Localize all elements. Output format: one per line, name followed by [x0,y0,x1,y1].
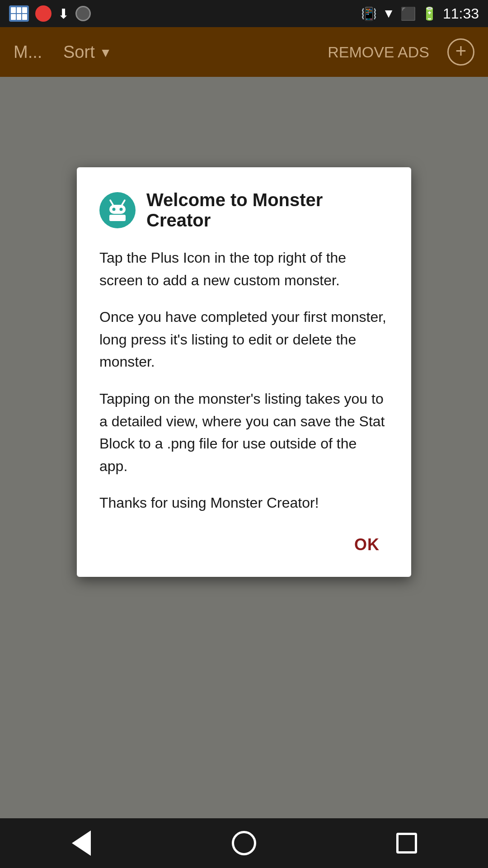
sort-chevron-icon: ▼ [99,46,112,60]
add-monster-button[interactable]: + [447,38,474,66]
remove-ads-button[interactable]: REMOVE ADS [328,43,429,61]
nav-recent-button[interactable] [389,825,425,861]
recent-icon [396,833,417,854]
dialog-paragraph-3: Tapping on the monster's listing takes y… [99,388,389,477]
svg-line-1 [122,200,125,205]
android-robot-icon [106,198,129,222]
app-icon-grid [9,5,29,22]
dialog-header: Welcome to Monster Creator [99,190,389,231]
circle-status-icon [75,6,91,21]
download-icon: ⬇ [58,6,69,22]
time-display: 11:33 [443,5,479,22]
svg-point-3 [113,208,116,211]
record-indicator [35,5,52,22]
welcome-dialog: Welcome to Monster Creator Tap the Plus … [77,167,411,577]
dialog-paragraph-1: Tap the Plus Icon in the top right of th… [99,247,389,292]
dialog-app-icon [99,192,136,228]
plus-icon: + [455,42,467,61]
svg-point-4 [120,208,123,211]
dialog-body: Tap the Plus Icon in the top right of th… [99,247,389,514]
home-icon [232,831,256,855]
ok-button[interactable]: OK [345,531,389,559]
background-area: Welcome to Monster Creator Tap the Plus … [0,77,488,836]
dialog-title: Welcome to Monster Creator [146,190,389,231]
sim-icon: ⬛ [400,6,416,21]
toolbar: M... Sort ▼ REMOVE ADS + [0,27,488,77]
nav-back-button[interactable] [63,825,99,861]
svg-rect-2 [109,205,126,214]
app-title: M... [14,42,50,62]
sort-label: Sort [63,42,95,62]
battery-icon: 🔋 [422,6,437,21]
nav-bar [0,818,488,868]
back-icon [72,830,91,856]
vibrate-icon: 📳 [361,6,377,21]
wifi-icon: ▼ [382,6,395,21]
status-bar: ⬇ 📳 ▼ ⬛ 🔋 11:33 [0,0,488,27]
status-bar-right-icons: 📳 ▼ ⬛ 🔋 11:33 [361,5,479,22]
sort-button[interactable]: Sort ▼ [63,42,112,62]
status-bar-left-icons: ⬇ [9,5,91,22]
svg-rect-5 [109,215,126,221]
dialog-paragraph-2: Once you have completed your first monst… [99,306,389,373]
nav-home-button[interactable] [226,825,262,861]
dialog-actions: OK [99,531,389,559]
svg-line-0 [110,200,113,205]
dialog-paragraph-4: Thanks for using Monster Creator! [99,492,389,514]
